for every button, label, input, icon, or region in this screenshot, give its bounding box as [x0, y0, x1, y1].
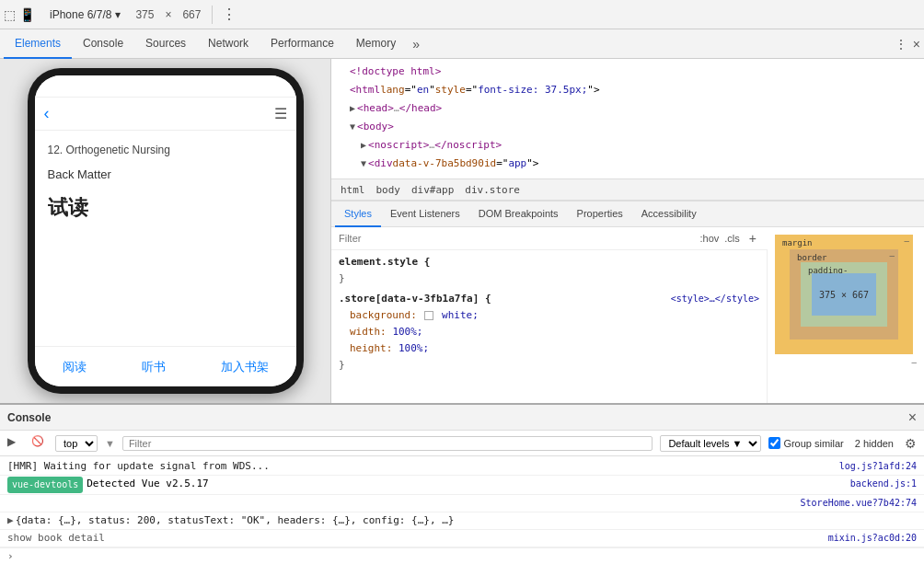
styles-left-panel: :hov .cls + element.style { } .store[dat… [331, 227, 768, 403]
obj-text: {data: {…}, status: 200, statusText: "OK… [16, 513, 455, 528]
tab-properties[interactable]: Properties [568, 201, 632, 227]
console-line-obj: ▶ {data: {…}, status: 200, statusText: "… [0, 512, 924, 530]
close-dims-icon[interactable]: × [161, 8, 175, 21]
hov-label[interactable]: :hov [700, 233, 720, 244]
styles-tab-bar: Styles Event Listeners DOM Breakpoints P… [331, 201, 924, 227]
more-options-icon[interactable]: ⋮ [216, 6, 242, 23]
console-line-vue: vue-devtools Detected Vue v2.5.17 backen… [0, 476, 924, 495]
html-line[interactable]: <html lang="en" style="font-size: 37.5px… [331, 81, 924, 99]
breadcrumb-body[interactable]: body [375, 184, 403, 196]
css-rules-area: element.style { } .store[data-v-3fb1a7fa… [331, 250, 768, 403]
devtools-settings-icon[interactable]: ⋮ [895, 37, 907, 52]
html-line[interactable]: ▼ <body> [331, 118, 924, 136]
elements-tree[interactable]: <!doctype html> <html lang="en" style="f… [331, 59, 924, 178]
inspect-icon[interactable]: ⬚ [4, 7, 16, 22]
tab-sources[interactable]: Sources [134, 29, 197, 59]
console-panel: Console × ▶ 🚫 top ▼ Default levels ▼ Gro… [0, 403, 924, 587]
tab-accessibility[interactable]: Accessibility [632, 201, 706, 227]
console-input-line: › [0, 547, 924, 564]
console-line-detail: show book detail mixin.js?ac0d:20 [0, 530, 924, 547]
cls-label[interactable]: .cls [724, 233, 740, 244]
vue-devtools-badge: vue-devtools [7, 477, 83, 493]
css-rule-element-style: element.style { } [339, 254, 759, 287]
box-content: 375 × 667 [812, 273, 876, 316]
phone-nav-bar: ‹ ☰ [35, 98, 296, 131]
hidden-count: 2 hidden [851, 438, 897, 449]
html-line[interactable]: ▶ <noscript>…</noscript> [331, 136, 924, 155]
add-to-shelf-button[interactable]: 加入书架 [221, 359, 269, 375]
breadcrumb-store[interactable]: div.store [463, 184, 522, 196]
vue-source[interactable]: backend.js:1 [850, 477, 917, 491]
console-close-button[interactable]: × [908, 409, 917, 426]
css-prop-height: height: 100%; [339, 340, 759, 357]
obj-expand-icon[interactable]: ▶ [7, 513, 14, 528]
listen-button[interactable]: 听书 [142, 359, 166, 375]
back-button[interactable]: ‹ [44, 104, 50, 123]
console-levels-select[interactable]: Default levels ▼ [660, 435, 761, 452]
html-line[interactable]: ▼ <div data-v-7ba5bd90 id="app"> [331, 155, 924, 173]
box-padding: padding- 375 × 667 [801, 262, 887, 327]
color-swatch [424, 311, 433, 320]
tab-elements[interactable]: Elements [4, 29, 72, 59]
breadcrumb-html[interactable]: html [339, 184, 367, 196]
console-title: Console [7, 411, 51, 424]
separator [212, 6, 213, 24]
more-tabs-icon[interactable]: » [407, 37, 425, 52]
box-margin: margin – border – padding- [775, 235, 913, 354]
detail-source[interactable]: mixin.js?ac0d:20 [828, 531, 917, 546]
box-border: border – padding- 375 × 667 [790, 249, 898, 340]
doctype-tag: <!doctype html> [350, 63, 441, 80]
tab-event-listeners[interactable]: Event Listeners [381, 201, 469, 227]
styles-content: :hov .cls + element.style { } .store[dat… [331, 227, 924, 403]
list-item: 12. Orthogenetic Nursing [48, 140, 283, 160]
hmr-source[interactable]: log.js?1afd:24 [839, 459, 917, 474]
phone-frame: ‹ ☰ 12. Orthogenetic Nursing Back Matter… [28, 68, 304, 394]
phone-content: 12. Orthogenetic Nursing Back Matter 试读 [35, 131, 296, 346]
tab-memory[interactable]: Memory [345, 29, 407, 59]
vue-detected-text: Detected Vue v2.5.17 [87, 477, 208, 491]
breadcrumb: html body div#app div.store [331, 178, 924, 201]
filter-dropdown-icon: ▼ [105, 438, 115, 449]
device-selector[interactable]: iPhone 6/7/8 ▾ [42, 8, 128, 21]
trial-text[interactable]: 试读 [48, 185, 283, 231]
add-rule-button[interactable]: + [745, 231, 760, 246]
console-prompt-icon: › [7, 550, 14, 562]
console-header: Console × [0, 405, 924, 431]
console-filter-input[interactable] [122, 436, 653, 451]
tab-performance[interactable]: Performance [260, 29, 345, 59]
read-button[interactable]: 阅读 [63, 359, 87, 375]
tab-console[interactable]: Console [72, 29, 134, 59]
tab-network[interactable]: Network [197, 29, 260, 59]
console-settings-icon[interactable]: ⚙ [905, 436, 917, 451]
html-line[interactable]: ▶ <head>…</head> [331, 99, 924, 118]
group-similar-label: Group similar [768, 437, 843, 449]
html-line[interactable]: <!doctype html> [331, 63, 924, 81]
devtools-close-icon[interactable]: × [913, 37, 920, 52]
box-model: margin – border – padding- [775, 235, 913, 354]
phone-bottom-bar: 阅读 听书 加入书架 [35, 346, 296, 386]
bottom-dash: – [775, 358, 917, 367]
tab-styles[interactable]: Styles [335, 201, 381, 227]
console-context-select[interactable]: top [55, 435, 98, 452]
css-rule-store: .store[data-v-3fb1a7fa] { <style>…</styl… [339, 291, 759, 374]
detail-text: show book detail [7, 531, 105, 546]
console-line-storehome: StoreHome.vue?7b42:74 [0, 495, 924, 512]
storehome-source[interactable]: StoreHome.vue?7b42:74 [801, 496, 917, 511]
tab-dom-breakpoints[interactable]: DOM Breakpoints [469, 201, 568, 227]
phone-screen: ‹ ☰ 12. Orthogenetic Nursing Back Matter… [35, 75, 296, 386]
device-width: 375 [128, 8, 161, 21]
group-similar-checkbox[interactable] [768, 437, 780, 449]
phone-simulator: ‹ ☰ 12. Orthogenetic Nursing Back Matter… [0, 59, 331, 403]
css-prop-background: background: white; [339, 307, 759, 324]
styles-filter-input[interactable] [339, 233, 695, 244]
nav-menu-icon[interactable]: ☰ [274, 105, 287, 122]
console-run-icon[interactable]: ▶ [7, 435, 24, 452]
breadcrumb-app[interactable]: div#app [410, 184, 456, 196]
section-title: Back Matter [48, 160, 283, 185]
console-stop-icon[interactable]: 🚫 [31, 435, 48, 452]
device-toggle-icon[interactable]: 📱 [19, 7, 35, 22]
device-dropdown-icon: ▾ [115, 8, 121, 21]
device-toolbar: ⬚ 📱 iPhone 6/7/8 ▾ 375 × 667 ⋮ [0, 0, 924, 29]
device-height: 667 [175, 8, 208, 21]
box-model-panel: margin – border – padding- [768, 227, 924, 403]
